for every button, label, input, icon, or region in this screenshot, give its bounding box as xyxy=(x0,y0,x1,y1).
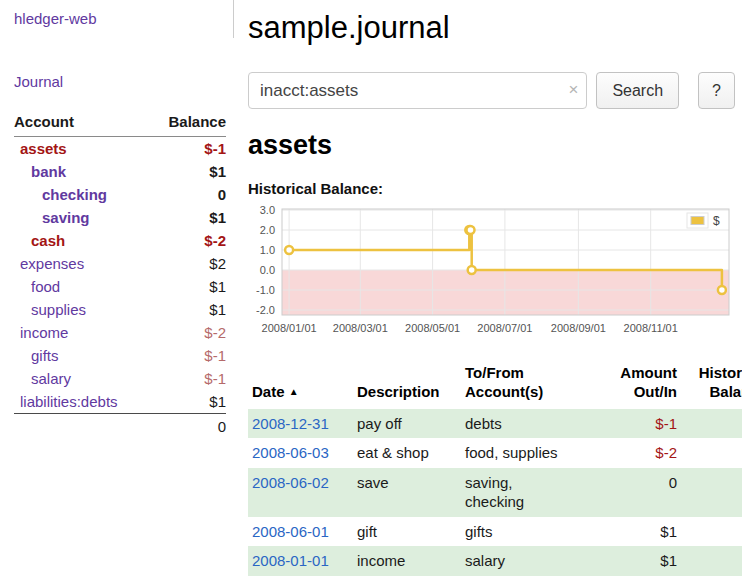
account-balance: $1 xyxy=(209,278,226,295)
register-row: 2008-06-01 gift gifts $1 $2 xyxy=(248,517,742,547)
search-button[interactable]: Search xyxy=(596,72,679,109)
transaction-balance: $2 xyxy=(681,468,742,517)
account-row: saving $1 xyxy=(14,206,226,229)
account-balance: $-1 xyxy=(204,370,226,387)
chart-title: Historical Balance: xyxy=(248,180,735,197)
svg-text:3.0: 3.0 xyxy=(260,204,275,216)
transaction-date-link[interactable]: 2008-12-31 xyxy=(252,415,329,432)
account-row: income $-2 xyxy=(14,321,226,344)
account-balance: 0 xyxy=(218,186,226,203)
account-balance: $1 xyxy=(209,209,226,226)
accounts-total-balance: 0 xyxy=(150,414,226,440)
register-row: 2008-12-31 pay off debts $-1 $-1 xyxy=(248,409,742,439)
accounts-column-header: Account xyxy=(14,110,150,137)
transaction-balance: $2 xyxy=(681,517,742,547)
main-content: sample.journal × Search ? assets Histori… xyxy=(248,0,735,576)
svg-text:0.0: 0.0 xyxy=(260,264,275,276)
nav-journal-link[interactable]: Journal xyxy=(14,73,234,90)
transaction-amount: $-1 xyxy=(595,409,681,439)
account-link[interactable]: gifts xyxy=(31,347,59,364)
account-balance: $1 xyxy=(209,163,226,180)
transaction-description: pay off xyxy=(353,409,461,439)
accounts-table: Account Balance assets $-1 bank $1 check… xyxy=(14,110,226,439)
svg-text:2008/07/01: 2008/07/01 xyxy=(477,322,532,334)
balance-chart: 3.02.01.00.0-1.0-2.02008/01/012008/03/01… xyxy=(248,203,735,349)
svg-text:$: $ xyxy=(713,214,720,228)
transaction-accounts: gifts xyxy=(461,517,595,547)
transaction-date-link[interactable]: 2008-01-01 xyxy=(252,552,329,569)
transaction-description: income xyxy=(353,546,461,576)
search-input[interactable] xyxy=(248,72,587,109)
description-header: Description xyxy=(353,362,461,409)
account-link[interactable]: bank xyxy=(31,163,66,180)
transaction-balance: $-1 xyxy=(681,409,742,439)
clear-search-icon[interactable]: × xyxy=(568,80,578,100)
register-row: 2008-06-02 save saving, checking 0 $2 xyxy=(248,468,742,517)
account-link[interactable]: assets xyxy=(20,140,67,157)
transaction-amount: $1 xyxy=(595,517,681,547)
date-header-label: Date xyxy=(252,383,285,400)
account-balance: $2 xyxy=(209,255,226,272)
transaction-accounts: food, supplies xyxy=(461,438,595,468)
transaction-date-link[interactable]: 2008-06-03 xyxy=(252,444,329,461)
account-row: assets $-1 xyxy=(14,137,226,161)
account-row: salary $-1 xyxy=(14,367,226,390)
transaction-description: save xyxy=(353,468,461,517)
transaction-amount: $-2 xyxy=(595,438,681,468)
account-link[interactable]: supplies xyxy=(31,301,86,318)
account-balance: $-1 xyxy=(204,140,226,157)
transaction-balance: 0 xyxy=(681,438,742,468)
account-balance: $-2 xyxy=(204,324,226,341)
account-row: cash $-2 xyxy=(14,229,226,252)
svg-text:2008/11/01: 2008/11/01 xyxy=(624,322,678,334)
account-row: gifts $-1 xyxy=(14,344,226,367)
transaction-balance: $1 xyxy=(681,546,742,576)
tofrom-account-header: To/From Account(s) xyxy=(461,362,595,409)
account-row: food $1 xyxy=(14,275,226,298)
account-row: supplies $1 xyxy=(14,298,226,321)
transaction-accounts: salary xyxy=(461,546,595,576)
account-link[interactable]: income xyxy=(20,324,68,341)
sidebar-divider xyxy=(233,0,234,38)
account-balance: $-1 xyxy=(204,347,226,364)
account-row: expenses $2 xyxy=(14,252,226,275)
account-balance: $1 xyxy=(209,301,226,318)
account-link[interactable]: liabilities:debts xyxy=(20,393,118,410)
account-link[interactable]: checking xyxy=(42,186,107,203)
account-title: assets xyxy=(248,130,735,161)
svg-text:2008/09/01: 2008/09/01 xyxy=(551,322,606,334)
accounts-table-header-row: Account Balance xyxy=(14,110,226,137)
transaction-accounts: saving, checking xyxy=(461,468,595,517)
account-link[interactable]: expenses xyxy=(20,255,84,272)
register-row: 2008-06-03 eat & shop food, supplies $-2… xyxy=(248,438,742,468)
account-row: bank $1 xyxy=(14,160,226,183)
account-link[interactable]: cash xyxy=(31,232,65,249)
svg-text:-2.0: -2.0 xyxy=(256,304,275,316)
transaction-amount: 0 xyxy=(595,468,681,517)
account-balance: $1 xyxy=(209,393,226,410)
page-title: sample.journal xyxy=(248,10,735,46)
svg-text:1.0: 1.0 xyxy=(260,244,275,256)
accounts-total-row: 0 xyxy=(14,414,226,440)
svg-text:2008/05/01: 2008/05/01 xyxy=(405,322,460,334)
account-link[interactable]: food xyxy=(31,278,60,295)
help-button[interactable]: ? xyxy=(698,72,735,109)
transaction-description: gift xyxy=(353,517,461,547)
account-link[interactable]: salary xyxy=(31,370,71,387)
account-balance: $-2 xyxy=(204,232,226,249)
app-title-link[interactable]: hledger-web xyxy=(14,10,97,27)
svg-text:2.0: 2.0 xyxy=(260,224,275,236)
historical-balance-header: Historical Balance xyxy=(681,362,742,409)
transaction-date-link[interactable]: 2008-06-02 xyxy=(252,474,329,491)
sort-asc-icon: ▲ xyxy=(289,386,299,397)
transaction-description: eat & shop xyxy=(353,438,461,468)
transaction-date-link[interactable]: 2008-06-01 xyxy=(252,523,329,540)
svg-text:2008/01/01: 2008/01/01 xyxy=(262,322,317,334)
date-sort-header[interactable]: Date ▲ xyxy=(248,362,353,409)
account-row: liabilities:debts $1 xyxy=(14,390,226,414)
account-link[interactable]: saving xyxy=(42,209,90,226)
svg-text:2008/03/01: 2008/03/01 xyxy=(333,322,388,334)
search-bar: × Search ? xyxy=(248,72,735,109)
sidebar: hledger-web Journal Account Balance asse… xyxy=(0,0,234,439)
transaction-accounts: debts xyxy=(461,409,595,439)
